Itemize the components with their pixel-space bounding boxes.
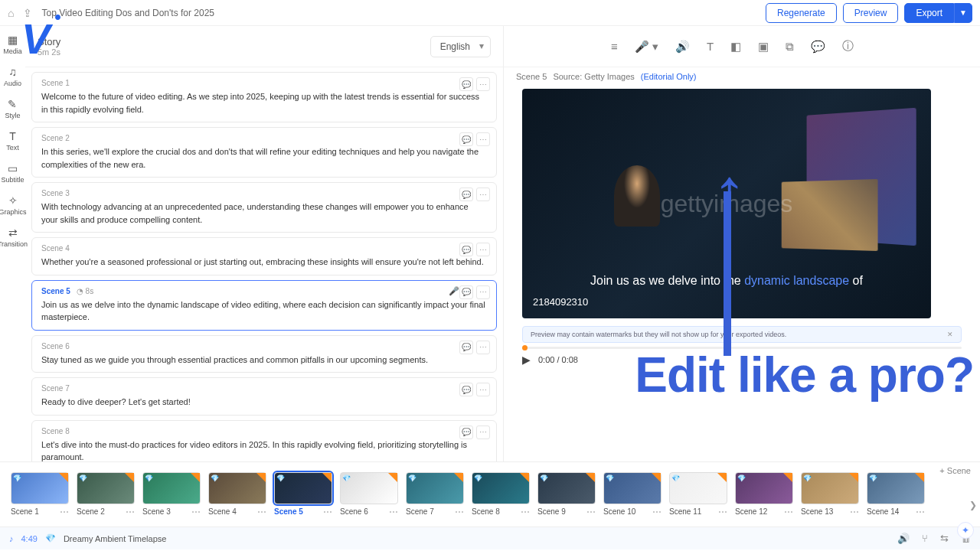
scene-more-icon[interactable]: ⋯: [476, 187, 490, 201]
scene-text[interactable]: Whether you're a seasoned professional o…: [41, 256, 487, 269]
thumb-more-icon[interactable]: ⋯: [521, 507, 530, 517]
scene-more-icon[interactable]: ⋯: [476, 425, 490, 439]
scene-comment-icon[interactable]: 💬: [459, 383, 473, 396]
thumb-image[interactable]: [208, 472, 266, 504]
music-icon[interactable]: ♪: [9, 534, 14, 543]
scene-comment-icon[interactable]: 💬: [459, 425, 473, 439]
thumb-more-icon[interactable]: ⋯: [323, 507, 332, 517]
scene-comment-icon[interactable]: 💬: [459, 285, 473, 299]
volume-icon[interactable]: 🔊: [675, 40, 690, 54]
scene-text[interactable]: Join us as we delve into the dynamic lan…: [41, 298, 487, 324]
audio-icon[interactable]: 🔊: [897, 533, 910, 544]
thumb-more-icon[interactable]: ⋯: [784, 507, 793, 517]
regenerate-button[interactable]: Regenerate: [766, 3, 837, 23]
add-scene-button[interactable]: + Scene: [939, 466, 971, 475]
sidebar-item-audio[interactable]: ♫Audio: [4, 63, 21, 90]
play-icon[interactable]: ▶: [522, 354, 531, 366]
scene-comment-icon[interactable]: 💬: [459, 187, 473, 201]
thumb-more-icon[interactable]: ⋯: [257, 507, 266, 517]
scene-more-icon[interactable]: ⋯: [476, 243, 490, 256]
scene-comment-icon[interactable]: 💬: [459, 341, 473, 354]
settings-icon[interactable]: ≡: [611, 40, 618, 53]
timeline-thumb[interactable]: Scene 8⋯: [472, 472, 530, 517]
thumb-image[interactable]: [274, 472, 332, 504]
scene-card[interactable]: Scene 8Let's dive into the must-do pract…: [31, 420, 497, 462]
timeline-thumb[interactable]: Scene 5⋯: [274, 472, 332, 517]
thumb-more-icon[interactable]: ⋯: [586, 507, 596, 517]
scene-card[interactable]: Scene 4Whether you're a seasoned profess…: [31, 237, 497, 276]
timeline-thumb[interactable]: Scene 4⋯: [208, 472, 266, 517]
branch-icon[interactable]: ⑂: [922, 533, 928, 544]
thumb-image[interactable]: [340, 472, 398, 504]
thumb-image[interactable]: [669, 472, 727, 504]
comment-icon[interactable]: 💬: [811, 40, 825, 54]
thumb-more-icon[interactable]: ⋯: [455, 507, 464, 517]
mic-icon[interactable]: 🎤 ▾: [635, 40, 658, 54]
thumb-more-icon[interactable]: ⋯: [718, 507, 727, 517]
thumb-more-icon[interactable]: ⋯: [60, 507, 69, 517]
scene-card[interactable]: Scene 2In this series, we'll explore the…: [31, 127, 497, 178]
editorial-badge[interactable]: (Editorial Only): [641, 72, 697, 81]
timeline-thumb[interactable]: Scene 2⋯: [77, 472, 135, 517]
text-icon[interactable]: T: [707, 40, 714, 53]
thumb-more-icon[interactable]: ⋯: [850, 507, 859, 517]
thumb-more-icon[interactable]: ⋯: [389, 507, 398, 517]
thumb-image[interactable]: [537, 472, 596, 504]
sidebar-item-text[interactable]: TText: [6, 127, 19, 155]
thumb-image[interactable]: [472, 472, 530, 504]
scene-text[interactable]: Stay tuned as we guide you through essen…: [41, 354, 487, 367]
sidebar-item-style[interactable]: ✎Style: [5, 95, 20, 122]
language-select[interactable]: English: [430, 36, 491, 57]
crop-icon[interactable]: ▣: [758, 40, 769, 54]
thumb-image[interactable]: [142, 472, 201, 504]
timeline-thumb[interactable]: Scene 6⋯: [340, 472, 398, 517]
thumb-image[interactable]: [867, 472, 925, 504]
export-button[interactable]: Export: [904, 3, 954, 23]
thumb-image[interactable]: [77, 472, 135, 504]
timeline-thumb[interactable]: Scene 10⋯: [603, 472, 662, 517]
info-icon[interactable]: ⓘ: [842, 39, 854, 54]
timeline-thumb[interactable]: Scene 12⋯: [735, 472, 793, 517]
scene-text[interactable]: In this series, we'll explore the crucia…: [41, 145, 487, 171]
timeline-thumb[interactable]: Scene 13⋯: [801, 472, 859, 517]
thumb-more-icon[interactable]: ⋯: [126, 507, 135, 517]
sidebar-item-subtitle[interactable]: ▭Subtitle: [1, 159, 24, 187]
preview-button[interactable]: Preview: [843, 3, 899, 23]
scene-comment-icon[interactable]: 💬: [459, 132, 473, 146]
thumb-image[interactable]: [801, 472, 859, 504]
scene-more-icon[interactable]: ⋯: [476, 132, 490, 146]
thumb-image[interactable]: [735, 472, 793, 504]
timeline-thumb[interactable]: Scene 1⋯: [11, 472, 69, 517]
scene-card[interactable]: Scene 5◔ 8sJoin us as we delve into the …: [31, 280, 497, 331]
scene-text[interactable]: Welcome to the future of video editing. …: [41, 90, 487, 116]
scene-more-icon[interactable]: ⋯: [476, 77, 490, 91]
sidebar-item-transition[interactable]: ⇄Transition: [0, 223, 28, 251]
timeline-thumb[interactable]: Scene 7⋯: [406, 472, 464, 517]
timeline-thumb[interactable]: Scene 11⋯: [669, 472, 727, 517]
aspect-icon[interactable]: ⧉: [786, 40, 794, 54]
timeline-thumb[interactable]: Scene 14⋯: [867, 472, 925, 517]
export-dropdown[interactable]: ▼: [954, 3, 972, 23]
timeline-thumb[interactable]: Scene 9⋯: [537, 472, 596, 517]
scene-more-icon[interactable]: ⋯: [476, 341, 490, 354]
thumb-more-icon[interactable]: ⋯: [191, 507, 201, 517]
scene-card[interactable]: Scene 6Stay tuned as we guide you throug…: [31, 335, 497, 373]
timeline-scroll-right[interactable]: ❯: [969, 500, 977, 510]
thumb-more-icon[interactable]: ⋯: [916, 507, 925, 517]
scene-card[interactable]: Scene 7Ready to dive deeper? Let's get s…: [31, 377, 497, 416]
thumb-more-icon[interactable]: ⋯: [652, 507, 662, 517]
sidebar-item-graphics[interactable]: ✧Graphics: [0, 191, 27, 219]
scene-comment-icon[interactable]: 💬: [459, 243, 473, 256]
scene-comment-icon[interactable]: 💬: [459, 77, 473, 91]
scene-card[interactable]: Scene 1Welcome to the future of video ed…: [31, 72, 497, 122]
scene-text[interactable]: Let's dive into the must-do practices fo…: [41, 439, 487, 462]
thumb-image[interactable]: [406, 472, 464, 504]
sidebar-item-media[interactable]: ▦Media: [3, 31, 22, 58]
thumb-image[interactable]: [11, 472, 69, 504]
scene-more-icon[interactable]: ⋯: [476, 383, 490, 396]
scene-text[interactable]: Ready to dive deeper? Let's get started!: [41, 396, 487, 409]
home-icon[interactable]: ⌂: [8, 7, 14, 19]
adjust-icon[interactable]: ◧: [730, 40, 741, 54]
close-notice-icon[interactable]: ✕: [947, 331, 953, 338]
scene-text[interactable]: With technology advancing at an unpreced…: [41, 201, 487, 226]
